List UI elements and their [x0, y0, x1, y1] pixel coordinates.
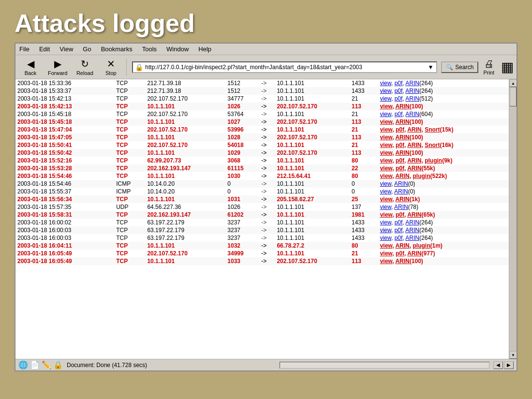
link[interactable]: p0f — [396, 165, 404, 172]
status-bar: 🌐 📄 ✏️ 🔒 Document: Done (41.728 secs) ◀ … — [15, 359, 517, 370]
link[interactable]: ARIN — [407, 165, 421, 172]
link[interactable]: view — [380, 188, 391, 195]
protocol: TCP — [114, 79, 145, 87]
link[interactable]: view — [380, 80, 391, 87]
link[interactable]: ARIN — [407, 211, 421, 218]
link[interactable]: ARIN — [405, 111, 419, 118]
scrollbar[interactable]: ▲ ▼ — [509, 79, 517, 359]
link[interactable]: view — [380, 211, 393, 218]
menu-bookmarks[interactable]: Bookmarks — [99, 44, 134, 54]
link[interactable]: ARIN — [395, 103, 409, 110]
protocol: TCP — [114, 149, 145, 157]
link[interactable]: p0f — [395, 235, 403, 241]
link[interactable]: view — [380, 165, 393, 172]
link[interactable]: ARIN — [395, 242, 409, 249]
link[interactable]: ARIN — [405, 219, 419, 226]
link[interactable]: ARIN — [407, 157, 421, 164]
link[interactable]: view — [380, 88, 391, 94]
nav-prev-button[interactable]: ◀ — [493, 361, 503, 369]
link[interactable]: p0f — [395, 219, 403, 226]
src-ip: 202.162.193.147 — [145, 211, 225, 219]
link[interactable]: ARIN — [405, 235, 419, 241]
link[interactable]: p0f — [395, 227, 403, 234]
scroll-thumb[interactable] — [510, 87, 517, 106]
dst-ip: 10.1.1.101 — [275, 126, 350, 133]
link[interactable]: ARIN — [405, 227, 419, 234]
link[interactable]: view — [380, 149, 393, 156]
src-ip: 10.14.0.20 — [145, 180, 225, 188]
link[interactable]: ARIN — [395, 258, 409, 265]
link[interactable]: plugin — [425, 157, 442, 164]
link[interactable]: view — [380, 180, 391, 187]
forward-button[interactable]: ▶ Forward — [44, 57, 71, 77]
link[interactable]: view — [380, 142, 393, 148]
link[interactable]: p0f — [396, 250, 404, 257]
link[interactable]: ARIN — [394, 188, 408, 195]
link[interactable]: p0f — [395, 88, 403, 94]
link[interactable]: view — [380, 227, 391, 234]
link[interactable]: ARIN — [407, 250, 421, 257]
link[interactable]: view — [380, 126, 393, 133]
link[interactable]: ARIN — [394, 204, 408, 210]
link[interactable]: ARIN — [395, 173, 409, 179]
scroll-down-button[interactable]: ▼ — [509, 351, 517, 359]
nav-next-button[interactable]: ▶ — [504, 361, 514, 369]
menu-file[interactable]: File — [17, 44, 31, 54]
link[interactable]: p0f — [395, 95, 403, 102]
menu-go[interactable]: Go — [81, 44, 93, 54]
link[interactable]: p0f — [395, 111, 403, 118]
back-button[interactable]: ◀ Back — [18, 57, 43, 77]
link[interactable]: ARIN — [395, 134, 409, 141]
link[interactable]: p0f — [396, 142, 404, 148]
link[interactable]: plugin — [413, 173, 430, 179]
menu-help[interactable]: Help — [196, 44, 213, 54]
link[interactable]: ARIN — [407, 126, 421, 133]
link[interactable]: p0f — [396, 157, 404, 164]
link[interactable]: plugin — [413, 242, 430, 249]
menu-tools[interactable]: Tools — [140, 44, 159, 54]
link[interactable]: view — [380, 219, 391, 226]
link[interactable]: view — [380, 95, 391, 102]
link[interactable]: p0f — [396, 126, 404, 133]
reload-button[interactable]: ↻ Reload — [73, 57, 97, 77]
link[interactable]: view — [380, 118, 393, 125]
link[interactable]: view — [380, 157, 393, 164]
link[interactable]: view — [380, 235, 391, 241]
stop-button[interactable]: ✕ Stop — [99, 57, 123, 77]
link[interactable]: view — [380, 111, 391, 118]
link[interactable]: ARIN — [405, 80, 419, 87]
sidebar-icon[interactable]: ▦ — [501, 59, 514, 75]
menu-edit[interactable]: Edit — [37, 44, 52, 54]
menu-view[interactable]: View — [58, 44, 75, 54]
search-button[interactable]: 🔍 Search — [441, 61, 478, 73]
link[interactable]: ARIN — [407, 142, 421, 148]
datetime: 2003-01-18 15:33:36 — [15, 79, 114, 87]
protocol: TCP — [114, 126, 145, 133]
menu-window[interactable]: Window — [164, 44, 191, 54]
link[interactable]: view — [380, 173, 393, 179]
link[interactable]: view — [380, 103, 393, 110]
link[interactable]: view — [380, 250, 393, 257]
table-row: 2003-01-18 15:54:46 ICMP 10.14.0.20 0 ->… — [15, 180, 509, 188]
link[interactable]: ARIN — [395, 196, 409, 203]
scroll-area[interactable]: 2003-01-18 15:33:36 TCP 212.71.39.18 151… — [15, 79, 517, 359]
link[interactable]: ARIN — [394, 180, 408, 187]
scroll-up-button[interactable]: ▲ — [509, 79, 517, 87]
link[interactable]: p0f — [396, 211, 404, 218]
link[interactable]: ARIN — [405, 95, 419, 102]
print-button[interactable]: 🖨 Print — [480, 58, 497, 76]
address-dropdown-icon[interactable]: ▼ — [427, 64, 434, 71]
link[interactable]: Snort — [425, 126, 440, 133]
link[interactable]: view — [380, 134, 393, 141]
link[interactable]: ARIN — [395, 118, 409, 125]
link[interactable]: p0f — [395, 80, 403, 87]
link[interactable]: ARIN — [405, 88, 419, 94]
link[interactable]: ARIN — [395, 149, 409, 156]
link[interactable]: view — [380, 242, 393, 249]
print-label: Print — [483, 70, 494, 75]
address-bar[interactable]: 🔒 http://127.0.0.1/cgi-bin/inspect2.pl?s… — [132, 61, 437, 73]
link[interactable]: view — [380, 258, 393, 265]
link[interactable]: view — [380, 196, 393, 203]
link[interactable]: Snort — [425, 142, 440, 148]
link[interactable]: view — [380, 204, 391, 210]
